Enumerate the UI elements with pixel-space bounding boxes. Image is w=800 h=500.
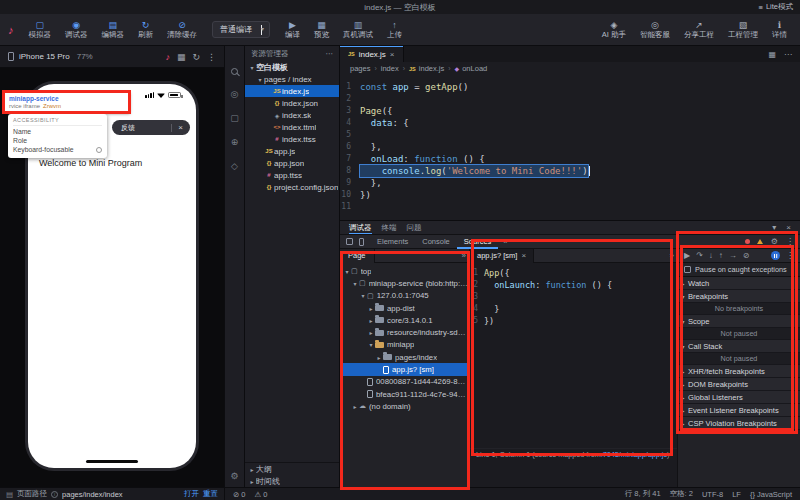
step-into-icon[interactable]: ↓ — [709, 251, 713, 260]
source-item-pages-index[interactable]: ▸pages/index — [340, 351, 469, 363]
breadcrumb[interactable]: pages›index›JSindex.js›◆onLoad — [340, 62, 800, 75]
section-call-stack[interactable]: ▾Call Stack — [678, 340, 800, 353]
profile-icon[interactable]: ◇ — [231, 161, 238, 171]
error-count[interactable]: ⊘0 — [233, 490, 245, 499]
source-item-app.js-sm[interactable]: app.js? [sm] — [340, 363, 469, 375]
zoom-level[interactable]: 77% — [77, 52, 93, 61]
warning-count[interactable]: ⚠0 — [254, 490, 267, 499]
devtools-tab-console[interactable]: Console — [415, 234, 457, 249]
explorer-item-app.json[interactable]: {}app.json — [245, 157, 339, 169]
inspect-element-icon[interactable] — [346, 238, 353, 245]
devtools-tab-elements[interactable]: Elements — [370, 234, 415, 249]
sidebar-more-icon[interactable]: ⋮ — [786, 251, 794, 260]
panel-tab-终端[interactable]: 终端 — [382, 223, 397, 233]
section-大纲[interactable]: ▸大纲 — [245, 463, 339, 475]
music-icon[interactable]: ♪ — [165, 52, 170, 62]
open-button[interactable]: 打开 — [184, 489, 199, 499]
compile-mode-dropdown[interactable]: 普通编译 ▾ — [212, 21, 270, 38]
split-editor-icon[interactable]: ▦ — [768, 50, 776, 59]
device-toolbar-icon[interactable] — [359, 238, 364, 246]
section-event-listener-breakpoints[interactable]: ▸Event Listener Breakpoints — [678, 404, 800, 417]
eol-indicator[interactable]: LF — [732, 490, 741, 499]
pause-on-exceptions-icon[interactable] — [771, 251, 780, 260]
section-时间线[interactable]: ▸时间线 — [245, 475, 339, 487]
feedback-label[interactable]: 反馈 — [112, 123, 135, 133]
explorer-item-空白模板[interactable]: ▾空白模板 — [245, 61, 339, 73]
more-actions-icon[interactable]: ⋯ — [326, 49, 334, 58]
reset-button[interactable]: 重置 — [203, 489, 218, 499]
more-icon[interactable]: ⋮ — [207, 52, 216, 62]
explorer-item-project.config.json[interactable]: {}project.config.json — [245, 181, 339, 193]
source-map-link[interactable]: :7045/miniapp/app.js — [601, 450, 667, 459]
source-item-core-3.14.0.1[interactable]: ▸core/3.14.0.1 — [340, 314, 469, 326]
explorer-item-index.json[interactable]: {}index.json — [245, 97, 339, 109]
source-item-app-dist[interactable]: ▸app-dist — [340, 302, 469, 314]
resume-icon[interactable]: ▶ — [684, 251, 690, 260]
editor-button[interactable]: ▤编辑器 — [97, 18, 130, 41]
project-manage-button[interactable]: ▧工程管理 — [723, 18, 763, 41]
source-item-bfeac911-112d-4c7e-9410[interactable]: bfeac911-112d-4c7e-9410… — [340, 388, 469, 400]
device-selector[interactable]: iPhone 15 Pro — [19, 52, 70, 61]
simulator-button[interactable]: ▢模拟器 — [24, 18, 57, 41]
tab-index-js[interactable]: JS index.js × — [340, 46, 404, 62]
details-button[interactable]: ℹ详情 — [767, 18, 792, 41]
source-item-miniapp[interactable]: ▾miniapp — [340, 339, 469, 351]
compile-button[interactable]: ▶编译 — [280, 18, 305, 41]
section-xhr-fetch-breakpoints[interactable]: ▸XHR/fetch Breakpoints — [678, 365, 800, 378]
section-watch[interactable]: ▸Watch — [678, 277, 800, 290]
close-tab-icon[interactable]: × — [390, 50, 395, 59]
encoding-indicator[interactable]: UTF-8 — [702, 490, 723, 499]
explorer-item-index.ttss[interactable]: #index.ttss — [245, 133, 339, 145]
source-item-miniapp-service-blob-http-12[interactable]: ▾▢miniapp-service (blob:http://12 — [340, 277, 469, 289]
lite-mode-toggle[interactable]: ≡ Lite模式 — [759, 0, 793, 14]
more-tabs-icon[interactable]: » — [500, 237, 510, 246]
explorer-item-index.js[interactable]: JSindex.js — [245, 85, 339, 97]
cursor-position-indicator[interactable]: 行 8, 列 41 — [625, 489, 661, 499]
settings-icon[interactable]: ⚙ — [230, 471, 238, 481]
explorer-item-index.ttml[interactable]: <>index.ttml — [245, 121, 339, 133]
upload-button[interactable]: ↑上传 — [382, 18, 407, 41]
explorer-item-index.sk[interactable]: ◈index.sk — [245, 109, 339, 121]
devtools-tab-sources[interactable]: Sources — [457, 234, 499, 249]
source-item-top[interactable]: ▾▢top — [340, 265, 469, 277]
grid-icon[interactable]: ▦ — [177, 52, 186, 62]
preview-button[interactable]: ▦预览 — [309, 18, 334, 41]
step-over-icon[interactable]: ↷ — [696, 251, 703, 260]
breadcrumb-item-index[interactable]: index — [381, 64, 399, 73]
breadcrumb-item-pages[interactable]: pages — [350, 64, 370, 73]
section-global-listeners[interactable]: ▸Global Listeners — [678, 391, 800, 404]
support-button[interactable]: ◎智能客服 — [635, 18, 675, 41]
source-item-00800887-1d44-4269-813[interactable]: 00800887-1d44-4269-813… — [340, 376, 469, 388]
close-panel-icon[interactable]: × — [786, 223, 791, 232]
pause-on-exceptions-row[interactable]: Pause on caught exceptions — [678, 263, 800, 277]
sources-code-view[interactable]: 1App({2 onLaunch: function () {34 }5}) — [470, 263, 677, 448]
run-icon[interactable]: ◎ — [231, 89, 239, 99]
language-indicator[interactable]: {}JavaScript — [750, 490, 792, 499]
panel-tab-问题[interactable]: 问题 — [407, 223, 422, 233]
refresh-button[interactable]: ↻刷新 — [133, 18, 158, 41]
extensions-icon[interactable]: ▢ — [230, 113, 239, 123]
source-item-no-domain[interactable]: ▸☁(no domain) — [340, 400, 469, 412]
clear-cache-button[interactable]: ⊘清除缓存 — [162, 18, 202, 41]
section-dom-breakpoints[interactable]: ▸DOM Breakpoints — [678, 378, 800, 391]
close-tab-icon[interactable]: × — [521, 251, 526, 260]
tab-app-js[interactable]: app.js? [sm] × — [470, 249, 534, 263]
editor-more-icon[interactable]: ⋯ — [784, 50, 792, 59]
close-icon[interactable]: × — [178, 123, 190, 132]
explorer-item-pages-index[interactable]: ▾pages / index — [245, 73, 339, 85]
devtools-settings-icon[interactable]: ⚙ — [771, 237, 778, 246]
source-item-resource-industry-sdk-1.55[interactable]: ▸resource/industry-sdk/1.55… — [340, 326, 469, 338]
rotate-icon[interactable]: ↻ — [192, 52, 200, 62]
pause-checkbox[interactable] — [684, 266, 691, 273]
section-csp-violation-breakpoints[interactable]: ▸CSP Violation Breakpoints — [678, 417, 800, 430]
deactivate-breakpoints-icon[interactable]: ⊘ — [743, 251, 750, 260]
step-icon[interactable]: → — [729, 251, 737, 260]
explorer-item-app.ttss[interactable]: #app.ttss — [245, 169, 339, 181]
source-item-127.0.0.1-7045[interactable]: ▾▢127.0.0.1:7045 — [340, 290, 469, 302]
search-icon[interactable] — [231, 68, 238, 75]
add-panel-icon[interactable]: ⊕ — [231, 137, 239, 147]
share-project-button[interactable]: ↗分享工程 — [679, 18, 719, 41]
section-breakpoints[interactable]: ▾Breakpoints — [678, 290, 800, 303]
code-editor[interactable]: 1const app = getApp()23Page({4 data: {56… — [340, 75, 800, 220]
tab-page[interactable]: Page — [340, 249, 375, 263]
